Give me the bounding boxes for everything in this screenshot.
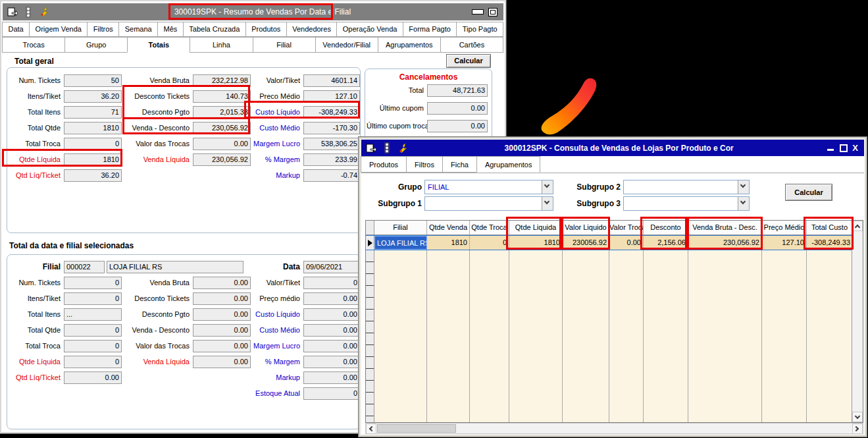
scroll-down-icon[interactable] bbox=[852, 412, 863, 422]
field-value[interactable]: 538,306.25 bbox=[303, 138, 360, 150]
cell-total-custo[interactable]: -308,249.33 bbox=[807, 236, 852, 250]
field-value[interactable]: 230,056.92 bbox=[193, 153, 251, 166]
scroll-right-icon[interactable] bbox=[852, 424, 863, 434]
field-value[interactable]: 0 bbox=[303, 277, 360, 289]
menu-item-data[interactable]: Data bbox=[2, 22, 30, 37]
export-form-icon[interactable] bbox=[365, 142, 378, 154]
field-value[interactable]: 48,721.63 bbox=[427, 84, 488, 97]
export-form-icon[interactable] bbox=[6, 6, 19, 18]
scrollbar-thumb[interactable] bbox=[377, 424, 456, 433]
subgrupo3-select[interactable] bbox=[623, 196, 750, 211]
tab-vendedor-filial[interactable]: Vendedor/Filial bbox=[315, 37, 378, 53]
field-value[interactable]: 0.00 bbox=[193, 356, 251, 368]
tab-grupo[interactable]: Grupo bbox=[64, 37, 128, 53]
column-header-filial[interactable]: Filial bbox=[374, 221, 427, 234]
tab-agrupamentos[interactable]: Agrupamentos bbox=[378, 37, 441, 53]
tab-trocas[interactable]: Trocas bbox=[2, 37, 65, 53]
wrench-icon[interactable] bbox=[38, 6, 51, 18]
menu-item-forma-pagto[interactable]: Forma Pagto bbox=[403, 22, 457, 37]
field-value[interactable]: 1810 bbox=[64, 153, 122, 166]
menu-item-semana[interactable]: Semana bbox=[118, 22, 158, 37]
tab-produtos[interactable]: Produtos bbox=[361, 156, 407, 173]
maximize-button[interactable] bbox=[840, 144, 848, 152]
tab-agrupamentos[interactable]: Agrupamentos bbox=[476, 156, 541, 173]
menu-item-origem-venda[interactable]: Origem Venda bbox=[29, 22, 88, 37]
column-header-qtde-venda[interactable]: Qtde Venda bbox=[427, 221, 470, 234]
field-value[interactable]: 71 bbox=[64, 106, 122, 119]
field-value[interactable]: 232,212.98 bbox=[193, 74, 251, 87]
cell-valor-liquido[interactable]: 230056.92 bbox=[563, 236, 609, 250]
field-value[interactable]: 233.99 bbox=[303, 153, 360, 166]
field-value[interactable]: 0.00 bbox=[303, 371, 360, 384]
grid-data-row[interactable]: LOJA FILIAL RS 1810 0 1810 230056.92 0.0… bbox=[366, 235, 852, 250]
field-value[interactable]: -308,249.33 bbox=[303, 106, 360, 119]
calcular-button[interactable]: Calcular bbox=[446, 54, 491, 68]
menu-item-mes[interactable]: Mês bbox=[157, 22, 184, 37]
field-value[interactable]: 0 bbox=[64, 356, 122, 368]
column-header-valor-liquido[interactable]: Valor Liquido bbox=[563, 221, 609, 234]
scroll-up-icon[interactable] bbox=[852, 221, 863, 231]
field-value[interactable]: -170.30 bbox=[303, 122, 360, 134]
window2-titlebar[interactable]: 300012SPK - Consulta de Vendas de Lojas … bbox=[361, 140, 864, 156]
field-value[interactable]: 36.20 bbox=[64, 169, 122, 182]
menu-item-tipo-pagto[interactable]: Tipo Pagto bbox=[456, 22, 503, 37]
cell-venda-bruta-desc[interactable]: 230,056.92 bbox=[688, 236, 762, 250]
field-value[interactable]: 0.00 bbox=[303, 324, 360, 337]
field-value[interactable]: 0.00 bbox=[303, 340, 360, 352]
tab-filtros[interactable]: Filtros bbox=[406, 156, 443, 173]
field-value[interactable]: 127.10 bbox=[303, 90, 360, 103]
column-header-valor-troca[interactable]: Valor Troca bbox=[609, 221, 644, 234]
field-value[interactable]: 0.00 bbox=[193, 324, 251, 337]
cell-qtde-troca[interactable]: 0 bbox=[470, 236, 509, 250]
maximize-button[interactable] bbox=[488, 8, 498, 16]
menu-item-operacao-venda[interactable]: Operação Venda bbox=[336, 22, 403, 37]
filial-name-field[interactable]: LOJA FILIAL RS bbox=[107, 261, 243, 273]
cell-filial[interactable]: LOJA FILIAL RS bbox=[374, 236, 427, 250]
field-value[interactable]: 0.00 bbox=[303, 292, 360, 305]
dropdown-arrow-icon[interactable] bbox=[542, 180, 553, 194]
cell-qtde-venda[interactable]: 1810 bbox=[427, 236, 470, 250]
filial-code-field[interactable]: 000022 bbox=[64, 261, 105, 273]
field-value[interactable]: 36.20 bbox=[64, 90, 122, 103]
traffic-light-icon[interactable] bbox=[380, 142, 394, 154]
column-header-total-custo[interactable]: Total Custo bbox=[807, 221, 852, 234]
menu-item-vendedores[interactable]: Vendedores bbox=[286, 22, 338, 37]
field-value[interactable]: 0.00 bbox=[193, 292, 251, 305]
field-value[interactable]: 0 bbox=[64, 292, 122, 305]
minimize-button[interactable] bbox=[826, 144, 835, 152]
menu-item-tabela-cruzada[interactable]: Tabela Cruzada bbox=[183, 22, 246, 37]
field-value[interactable]: 2,015.33 bbox=[193, 106, 251, 119]
wrench-icon[interactable] bbox=[396, 142, 409, 154]
cell-desconto[interactable]: 2,156.06 bbox=[644, 236, 688, 250]
field-value[interactable]: 140.73 bbox=[193, 90, 251, 103]
field-value[interactable]: 0.00 bbox=[303, 356, 360, 368]
field-value[interactable]: ... bbox=[64, 308, 122, 321]
field-value[interactable]: 0 bbox=[64, 138, 122, 150]
tab-totais[interactable]: Totais bbox=[127, 37, 190, 53]
dropdown-arrow-icon[interactable] bbox=[738, 180, 749, 194]
minimize-button[interactable] bbox=[472, 9, 484, 14]
close-button[interactable]: X bbox=[852, 144, 858, 152]
field-value[interactable]: 0 bbox=[303, 387, 360, 400]
cell-qtde-liquida[interactable]: 1810 bbox=[509, 236, 563, 250]
tab-ficha[interactable]: Ficha bbox=[442, 156, 477, 173]
dropdown-arrow-icon[interactable] bbox=[542, 197, 553, 210]
tab-linha[interactable]: Linha bbox=[190, 37, 253, 53]
vertical-scrollbar[interactable] bbox=[852, 221, 863, 422]
field-value[interactable]: 0 bbox=[64, 324, 122, 337]
field-value[interactable]: 230,056.92 bbox=[193, 122, 251, 134]
field-value[interactable]: 0 bbox=[64, 340, 122, 352]
field-value[interactable]: 1810 bbox=[64, 122, 122, 134]
field-value[interactable]: 4601.14 bbox=[303, 74, 360, 87]
cell-valor-troca[interactable]: 0.00 bbox=[609, 236, 644, 250]
field-value[interactable]: 0.00 bbox=[193, 138, 251, 150]
field-value[interactable]: 0.00 bbox=[193, 277, 251, 289]
traffic-light-icon[interactable] bbox=[22, 6, 35, 18]
field-value[interactable]: -0.74 bbox=[303, 169, 360, 182]
window1-titlebar[interactable]: 300019SPK - Resumo de Vendas Por Data e … bbox=[3, 3, 503, 20]
calcular-button[interactable]: Calcular bbox=[785, 184, 832, 201]
menu-item-produtos[interactable]: Produtos bbox=[245, 22, 287, 37]
menu-item-filtros[interactable]: Filtros bbox=[87, 22, 119, 37]
field-value[interactable]: 0.00 bbox=[427, 102, 488, 115]
scroll-left-icon[interactable] bbox=[366, 424, 376, 434]
